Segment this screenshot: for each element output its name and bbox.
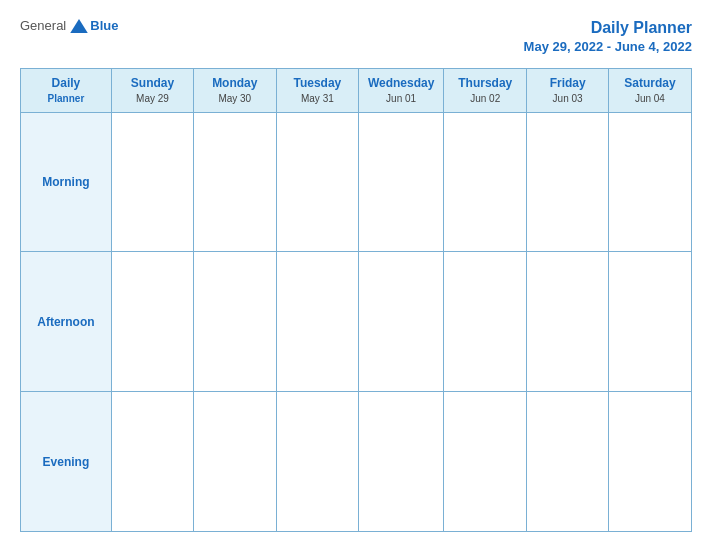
header-wednesday: Wednesday Jun 01 [359, 68, 444, 112]
morning-friday[interactable] [527, 112, 608, 252]
evening-tuesday[interactable] [276, 392, 359, 532]
afternoon-wednesday[interactable] [359, 252, 444, 392]
evening-label: Evening [21, 392, 112, 532]
afternoon-tuesday[interactable] [276, 252, 359, 392]
tuesday-name: Tuesday [281, 75, 355, 92]
morning-wednesday[interactable] [359, 112, 444, 252]
tuesday-date: May 31 [281, 92, 355, 106]
evening-saturday[interactable] [608, 392, 691, 532]
morning-saturday[interactable] [608, 112, 691, 252]
evening-thursday[interactable] [444, 392, 527, 532]
afternoon-monday[interactable] [194, 252, 276, 392]
evening-monday[interactable] [194, 392, 276, 532]
afternoon-friday[interactable] [527, 252, 608, 392]
header-col-line1: Daily [25, 75, 107, 92]
logo-blue: Blue [90, 18, 118, 33]
page-title: Daily Planner [524, 18, 692, 39]
table-row-morning: Morning [21, 112, 692, 252]
header-thursday: Thursday Jun 02 [444, 68, 527, 112]
wednesday-date: Jun 01 [363, 92, 439, 106]
page: General Blue Daily Planner May 29, 2022 … [0, 0, 712, 550]
sunday-name: Sunday [116, 75, 189, 92]
header-sunday: Sunday May 29 [111, 68, 193, 112]
logo-area: General Blue [20, 18, 118, 33]
header-saturday: Saturday Jun 04 [608, 68, 691, 112]
afternoon-saturday[interactable] [608, 252, 691, 392]
wednesday-name: Wednesday [363, 75, 439, 92]
afternoon-sunday[interactable] [111, 252, 193, 392]
saturday-name: Saturday [613, 75, 687, 92]
morning-tuesday[interactable] [276, 112, 359, 252]
afternoon-label: Afternoon [21, 252, 112, 392]
evening-wednesday[interactable] [359, 392, 444, 532]
title-area: Daily Planner May 29, 2022 - June 4, 202… [524, 18, 692, 54]
saturday-date: Jun 04 [613, 92, 687, 106]
logo-icon [70, 19, 88, 33]
monday-name: Monday [198, 75, 271, 92]
table-header-row: Daily Planner Sunday May 29 Monday May 3… [21, 68, 692, 112]
page-subtitle: May 29, 2022 - June 4, 2022 [524, 39, 692, 54]
header-daily-planner: Daily Planner [21, 68, 112, 112]
friday-name: Friday [531, 75, 603, 92]
header-friday: Friday Jun 03 [527, 68, 608, 112]
thursday-name: Thursday [448, 75, 522, 92]
afternoon-thursday[interactable] [444, 252, 527, 392]
header-tuesday: Tuesday May 31 [276, 68, 359, 112]
morning-label: Morning [21, 112, 112, 252]
logo-text: General Blue [20, 18, 118, 33]
evening-sunday[interactable] [111, 392, 193, 532]
morning-thursday[interactable] [444, 112, 527, 252]
morning-sunday[interactable] [111, 112, 193, 252]
friday-date: Jun 03 [531, 92, 603, 106]
sunday-date: May 29 [116, 92, 189, 106]
svg-marker-0 [71, 19, 89, 33]
morning-monday[interactable] [194, 112, 276, 252]
evening-friday[interactable] [527, 392, 608, 532]
header: General Blue Daily Planner May 29, 2022 … [20, 18, 692, 54]
thursday-date: Jun 02 [448, 92, 522, 106]
table-row-afternoon: Afternoon [21, 252, 692, 392]
planner-table: Daily Planner Sunday May 29 Monday May 3… [20, 68, 692, 532]
header-monday: Monday May 30 [194, 68, 276, 112]
monday-date: May 30 [198, 92, 271, 106]
logo-general: General [20, 18, 66, 33]
table-row-evening: Evening [21, 392, 692, 532]
header-col-line2: Planner [25, 92, 107, 106]
